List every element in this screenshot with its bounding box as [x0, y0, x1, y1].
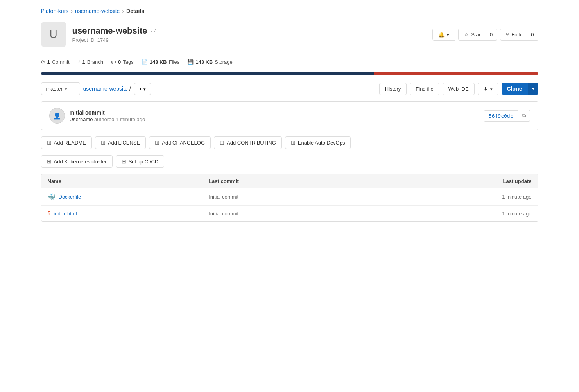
stats-bar: ⟳ 1 Commit ⑂ 1 Branch 🏷 0 Tags 📄 143 KB … — [41, 55, 538, 69]
tag-label: Tags — [123, 59, 133, 65]
add-k8s-button[interactable]: ⊞ Add Kubernetes cluster — [41, 155, 113, 168]
add-contributing-label: Add CONTRIBUTING — [227, 140, 276, 146]
breadcrumb-sep-2: › — [122, 8, 124, 14]
commit-info: 👤 Initial commit Username authored 1 min… — [49, 108, 145, 124]
branch-selector[interactable]: master — [41, 82, 80, 95]
star-button[interactable]: ☆ Star — [458, 29, 486, 41]
commit-details: Initial commit Username authored 1 minut… — [70, 109, 145, 122]
usage-bar-dark — [41, 72, 374, 75]
toolbar-right: History Find file Web IDE ⬇ Clone ▾ — [379, 83, 538, 95]
docker-icon: 🐳 — [48, 193, 56, 200]
enable-autodevops-button[interactable]: ⊞ Enable Auto DevOps — [285, 136, 351, 149]
commit-box: 👤 Initial commit Username authored 1 min… — [41, 101, 538, 130]
storage-icon: 💾 — [187, 59, 194, 65]
notifications-button[interactable]: 🔔 — [432, 29, 455, 41]
table-row: 5 index.html Initial commit 1 minute ago — [41, 206, 538, 221]
fork-button[interactable]: ⑂ Fork — [500, 29, 527, 41]
history-button[interactable]: History — [379, 83, 407, 95]
copy-hash-button[interactable]: ⧉ — [518, 110, 530, 122]
add-readme-icon: ⊞ — [47, 140, 52, 146]
bell-icon: 🔔 — [438, 32, 445, 38]
breadcrumb-current: Details — [126, 8, 144, 14]
commit-label: Commit — [52, 59, 70, 65]
enable-autodevops-icon: ⊞ — [291, 140, 296, 146]
toolbar-left: master username-website / + — [41, 82, 151, 95]
add-contributing-button[interactable]: ⊞ Add CONTRIBUTING — [214, 136, 282, 149]
commit-hash[interactable]: 56f9c0dc — [484, 110, 518, 122]
files-label: Files — [169, 59, 179, 65]
stat-commits[interactable]: ⟳ 1 Commit — [41, 59, 70, 65]
stat-storage: 💾 143 KB Storage — [187, 59, 233, 65]
files-icon: 📄 — [142, 59, 148, 65]
col-name: Name — [48, 178, 209, 184]
branch-count: 1 — [82, 59, 85, 65]
file-name-dockerfile-text: Dockerfile — [59, 194, 81, 200]
files-size: 143 KB — [150, 59, 167, 65]
add-readme-button[interactable]: ⊞ Add README — [41, 136, 92, 149]
storage-size: 143 KB — [195, 59, 213, 65]
dockerfile-last-commit: Initial commit — [209, 194, 451, 200]
col-last-commit: Last commit — [209, 178, 451, 184]
fork-count[interactable]: 0 — [527, 29, 538, 41]
star-group: ☆ Star 0 — [458, 29, 497, 41]
clone-button[interactable]: Clone — [502, 83, 528, 95]
repo-name: username-website — [72, 26, 147, 36]
repo-toolbar: master username-website / + History Find… — [41, 82, 538, 95]
setup-cicd-label: Set up CI/CD — [129, 159, 159, 165]
path-repo-link[interactable]: username-website — [83, 86, 128, 92]
star-label: Star — [471, 32, 480, 38]
commits-icon: ⟳ — [41, 59, 45, 65]
commit-count: 1 — [47, 59, 50, 65]
usage-bar — [41, 72, 538, 75]
add-file-button[interactable]: + — [134, 83, 151, 95]
fork-icon: ⑂ — [506, 32, 509, 38]
html-icon: 5 — [48, 210, 51, 217]
commit-avatar: 👤 — [49, 108, 65, 124]
add-k8s-icon: ⊞ — [47, 158, 52, 165]
setup-cicd-icon: ⊞ — [122, 158, 126, 165]
repo-avatar: U — [41, 22, 66, 47]
add-license-button[interactable]: ⊞ Add LICENSE — [95, 136, 146, 149]
tag-icon: 🏷 — [111, 59, 116, 65]
add-k8s-label: Add Kubernetes cluster — [54, 159, 107, 165]
add-license-label: Add LICENSE — [108, 140, 140, 146]
commit-meta: Username authored 1 minute ago — [70, 116, 145, 122]
add-contributing-icon: ⊞ — [220, 140, 224, 146]
breadcrumb: Platon-kurs › username-website › Details — [41, 8, 538, 14]
add-license-icon: ⊞ — [101, 140, 106, 146]
star-count[interactable]: 0 — [486, 29, 497, 41]
add-file-chevron-icon — [143, 86, 146, 92]
col-last-update: Last update — [451, 178, 531, 184]
add-changelog-label: Add CHANGELOG — [162, 140, 205, 146]
download-chevron-icon — [490, 86, 493, 92]
stat-files[interactable]: 📄 143 KB Files — [142, 59, 180, 65]
breadcrumb-sep-1: › — [71, 8, 73, 14]
branch-selector-label: master — [46, 86, 63, 92]
stat-tags[interactable]: 🏷 0 Tags — [111, 59, 134, 65]
repo-header: U username-website 🛡 Project ID: 1749 🔔 — [41, 22, 538, 47]
commit-avatar-icon: 👤 — [53, 112, 61, 120]
setup-cicd-button[interactable]: ⊞ Set up CI/CD — [116, 155, 165, 168]
breadcrumb-parent-repo[interactable]: username-website — [75, 8, 120, 14]
commit-message[interactable]: Initial commit — [70, 109, 145, 116]
plus-icon: + — [139, 86, 142, 92]
breadcrumb-parent-group[interactable]: Platon-kurs — [41, 8, 69, 14]
storage-label: Storage — [215, 59, 233, 65]
commit-author: Username — [70, 116, 93, 122]
download-button[interactable]: ⬇ — [478, 83, 498, 95]
add-changelog-button[interactable]: ⊞ Add CHANGELOG — [149, 136, 211, 149]
stat-branches[interactable]: ⑂ 1 Branch — [77, 59, 103, 65]
clone-chevron-button[interactable]: ▾ — [528, 83, 538, 95]
tag-count: 0 — [118, 59, 121, 65]
download-icon: ⬇ — [484, 86, 488, 92]
file-name-index-html[interactable]: 5 index.html — [48, 210, 209, 217]
path-sep: / — [129, 86, 131, 92]
index-html-last-commit: Initial commit — [209, 211, 451, 217]
file-name-dockerfile[interactable]: 🐳 Dockerfile — [48, 193, 209, 200]
dockerfile-last-update: 1 minute ago — [451, 194, 531, 200]
quick-actions: ⊞ Add README ⊞ Add LICENSE ⊞ Add CHANGEL… — [41, 136, 538, 149]
notifications-group: 🔔 — [432, 29, 455, 41]
web-ide-button[interactable]: Web IDE — [443, 83, 475, 95]
index-html-last-update: 1 minute ago — [451, 211, 531, 217]
find-file-button[interactable]: Find file — [410, 83, 439, 95]
